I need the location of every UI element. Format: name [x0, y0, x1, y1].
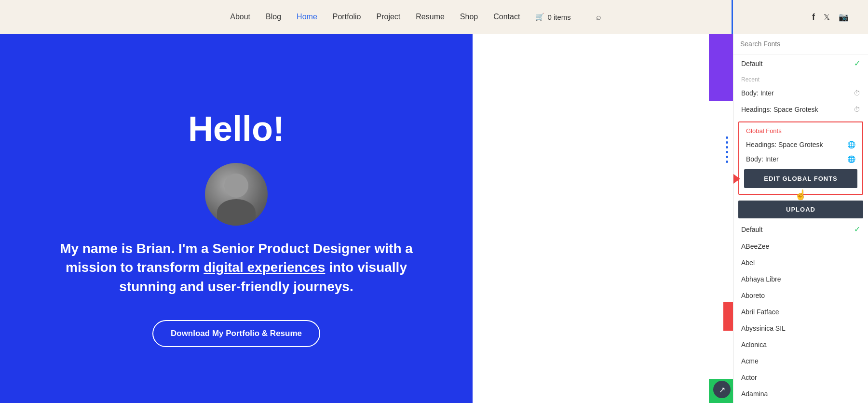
- recent-section-label: Recent: [733, 72, 868, 85]
- header-divider: [732, 0, 733, 34]
- font-list-item-abeezee[interactable]: ABeeZee: [733, 238, 868, 255]
- font-item-label: ABeeZee: [741, 242, 769, 250]
- font-panel: Default ✓ Recent Body: Inter ⏱ Headings:…: [733, 34, 868, 403]
- font-list-item-aclonica[interactable]: Aclonica: [733, 336, 868, 353]
- download-button[interactable]: Download My Portfolio & Resume: [152, 320, 320, 347]
- dots-strip-1: [721, 135, 733, 164]
- font-item-label: Adamina: [741, 390, 768, 398]
- globe-icon: 🌐: [847, 155, 855, 163]
- font-item-label: Abyssinica SIL: [741, 324, 786, 332]
- dot: [726, 151, 728, 153]
- hero-greeting: Hello!: [188, 109, 285, 148]
- twitter-icon[interactable]: 𝕏: [824, 13, 830, 22]
- font-list-item-acme[interactable]: Acme: [733, 353, 868, 369]
- globe-icon: 🌐: [847, 141, 855, 148]
- font-list-item-adamina[interactable]: Adamina: [733, 386, 868, 402]
- nav-home[interactable]: Home: [297, 13, 317, 21]
- global-fonts-title: Global Fonts: [739, 125, 862, 137]
- nav-project[interactable]: Project: [376, 13, 400, 21]
- font-item-body-inter-recent[interactable]: Body: Inter ⏱: [733, 85, 868, 101]
- facebook-icon[interactable]: f: [812, 12, 815, 22]
- dot: [726, 156, 728, 158]
- font-list-item-aboreto[interactable]: Aboreto: [733, 287, 868, 304]
- font-item-label: Aclonica: [741, 341, 767, 349]
- clock-icon: ⏱: [854, 89, 860, 97]
- font-item-label: Actor: [741, 374, 757, 381]
- red-arrow-icon: [733, 172, 740, 186]
- hero-desc-link[interactable]: digital experiences: [203, 260, 325, 275]
- search-icon[interactable]: ⌕: [596, 12, 601, 22]
- nav-blog[interactable]: Blog: [266, 13, 281, 21]
- global-font-headings[interactable]: Headings: Space Grotesk 🌐: [739, 137, 862, 152]
- font-search-area[interactable]: [733, 34, 868, 54]
- font-search-input[interactable]: [740, 40, 861, 48]
- font-item-label: Default: [741, 226, 762, 233]
- font-list-item-default[interactable]: Default ✓: [733, 220, 868, 238]
- font-item-label: Abel: [741, 259, 755, 267]
- font-list: Default ✓ ABeeZee Abel Abhaya Libre Abor…: [733, 220, 868, 403]
- edit-global-btn-wrap: EDIT GLOBAL FONTS ☝: [739, 166, 862, 191]
- font-list-item-abril-fatface[interactable]: Abril Fatface: [733, 304, 868, 320]
- main-nav: About Blog Home Portfolio Project Resume…: [19, 12, 812, 22]
- check-icon: ✓: [854, 225, 860, 234]
- instagram-icon[interactable]: 📷: [839, 12, 849, 22]
- avatar: [205, 163, 268, 226]
- font-list-item-abel[interactable]: Abel: [733, 255, 868, 271]
- cursor-icon: ☝: [795, 189, 807, 201]
- font-item-label: Aboreto: [741, 292, 765, 299]
- global-font-body[interactable]: Body: Inter 🌐: [739, 152, 862, 166]
- font-list-item-abyssinica-sil[interactable]: Abyssinica SIL: [733, 320, 868, 336]
- edit-global-fonts-button[interactable]: EDIT GLOBAL FONTS: [744, 169, 857, 188]
- font-list-item-actor[interactable]: Actor: [733, 369, 868, 386]
- dot: [726, 161, 728, 163]
- global-font-label: Headings: Space Grotesk: [746, 141, 823, 148]
- hero-section: Hello! My name is Brian. I'm a Senior Pr…: [0, 0, 473, 403]
- font-item-label: Body: Inter: [741, 89, 774, 97]
- dot: [726, 141, 728, 144]
- hero-description: My name is Brian. I'm a Senior Product D…: [43, 239, 429, 296]
- nav-shop[interactable]: Shop: [460, 13, 478, 21]
- red-arrow-annotation: [733, 172, 740, 186]
- global-fonts-box: Global Fonts Headings: Space Grotesk 🌐 B…: [738, 121, 863, 195]
- dot: [726, 146, 728, 148]
- check-icon: ✓: [854, 59, 860, 68]
- font-panel-inner: Default ✓ Recent Body: Inter ⏱ Headings:…: [733, 34, 868, 403]
- upload-button[interactable]: UPLOAD: [738, 201, 863, 218]
- nav-portfolio[interactable]: Portfolio: [333, 13, 361, 21]
- font-item-label: Abril Fatface: [741, 308, 779, 316]
- font-list-item-abhaya-libre[interactable]: Abhaya Libre: [733, 271, 868, 287]
- clock-icon: ⏱: [854, 106, 860, 113]
- font-item-label: Abhaya Libre: [741, 275, 781, 283]
- font-item-headings-spacegrotesk-recent[interactable]: Headings: Space Grotesk ⏱: [733, 101, 868, 118]
- cart-count: 0 items: [547, 13, 570, 21]
- header: About Blog Home Portfolio Project Resume…: [0, 0, 868, 34]
- global-font-label: Body: Inter: [746, 155, 779, 163]
- cart-area[interactable]: 🛒 0 items: [535, 13, 570, 21]
- red-strip: [723, 302, 733, 331]
- font-item-default-top[interactable]: Default ✓: [733, 54, 868, 72]
- cart-icon: 🛒: [535, 13, 544, 21]
- purple-strip: [709, 34, 733, 101]
- font-item-label: Headings: Space Grotesk: [741, 106, 818, 113]
- social-links: f 𝕏 📷: [812, 12, 849, 22]
- dot: [726, 136, 728, 139]
- nav-about[interactable]: About: [230, 13, 250, 21]
- font-item-label: Default: [741, 60, 762, 67]
- font-item-label: Acme: [741, 357, 759, 365]
- nav-resume[interactable]: Resume: [416, 13, 445, 21]
- compass-icon: [713, 381, 731, 398]
- nav-contact[interactable]: Contact: [493, 13, 520, 21]
